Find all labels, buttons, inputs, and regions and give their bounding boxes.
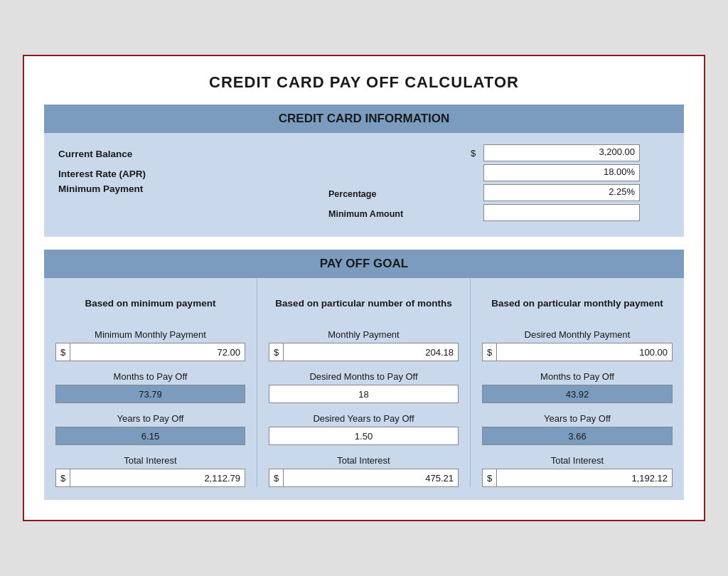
col3-field2-label: Months to Pay Off	[482, 371, 673, 382]
col1-field3-value: 6.15	[55, 427, 245, 445]
col1-field2-label: Months to Pay Off	[55, 371, 245, 382]
col2-header: Based on particular number of months	[269, 288, 459, 319]
col3-field2-value: 43.92	[482, 385, 673, 403]
col1-field4-input: $ 2,112.79	[55, 469, 245, 487]
current-balance-value[interactable]: 3,200.00	[483, 144, 640, 161]
col1-field1-input[interactable]: $ 72.00	[55, 343, 245, 361]
main-title: CREDIT CARD PAY OFF CALCULATOR	[44, 73, 684, 92]
current-balance-dollar: $	[471, 148, 481, 159]
col1-field1-label: Minimum Monthly Payment	[55, 329, 245, 340]
col2-field2-label: Desired Months to Pay Off	[269, 371, 459, 382]
col1-field2-value: 73.79	[55, 385, 245, 403]
min-payment-amt-row	[471, 204, 670, 221]
col3-field1-input[interactable]: $ 100.00	[482, 343, 673, 361]
payoff-col-2: Based on particular number of months Mon…	[257, 278, 471, 487]
credit-card-section: CREDIT CARD INFORMATION Current Balance …	[44, 105, 684, 237]
payoff-section: PAY OFF GOAL Based on minimum payment Mi…	[44, 250, 684, 500]
min-payment-pct-row: 2.25%	[471, 184, 670, 201]
col3-field1-label: Desired Monthly Payment	[482, 329, 673, 340]
label-current-balance: Current Balance	[58, 144, 132, 164]
credit-card-header: CREDIT CARD INFORMATION	[44, 105, 684, 133]
col3-header: Based on particular monthly payment	[482, 288, 673, 319]
col1-header: Based on minimum payment	[55, 288, 245, 319]
col2-field1-label: Monthly Payment	[269, 329, 459, 340]
col1-field4-dollar: $	[56, 469, 70, 486]
col2-field4-label: Total Interest	[269, 455, 459, 466]
sublabel-percentage: Percentage	[328, 185, 376, 203]
calculator-wrapper: CREDIT CARD PAY OFF CALCULATOR CREDIT CA…	[23, 55, 705, 521]
col2-field4-input: $ 475.21	[269, 469, 459, 487]
payoff-col-1: Based on minimum payment Minimum Monthly…	[44, 278, 257, 487]
payoff-col-3: Based on particular monthly payment Desi…	[471, 278, 684, 487]
col1-field4-value: 2,112.79	[70, 473, 245, 484]
interest-rate-value[interactable]: 18.00%	[483, 164, 640, 181]
cc-values: $ 3,200.00 18.00% 2.25%	[471, 144, 670, 223]
cc-labels: Current Balance Interest Rate (APR) Mini…	[58, 144, 328, 224]
col2-field1-value: 204.18	[284, 347, 458, 358]
col1-field1-value: 72.00	[70, 347, 245, 358]
credit-card-body: Current Balance Interest Rate (APR) Mini…	[44, 133, 684, 237]
col3-field4-dollar: $	[483, 469, 497, 486]
min-payment-pct-value[interactable]: 2.25%	[483, 184, 640, 201]
label-minimum-payment: Minimum Payment	[58, 184, 143, 194]
sublabel-minimum-amount: Minimum Amount	[328, 205, 403, 223]
payoff-header: PAY OFF GOAL	[44, 250, 684, 278]
col2-field3-value: 1.50	[269, 427, 459, 445]
label-interest-rate: Interest Rate (APR)	[58, 164, 146, 184]
col3-field3-label: Years to Pay Off	[482, 413, 673, 424]
col2-field4-dollar: $	[269, 469, 284, 486]
col3-field4-input: $ 1,192.12	[482, 469, 673, 487]
col3-field1-dollar: $	[483, 343, 497, 361]
current-balance-row: $ 3,200.00	[471, 144, 670, 161]
col1-field1-dollar: $	[56, 343, 70, 361]
col3-field1-value: 100.00	[497, 347, 672, 358]
col2-field1-dollar: $	[269, 343, 284, 361]
col3-field4-value: 1,192.12	[497, 473, 672, 484]
interest-rate-row: 18.00%	[471, 164, 670, 181]
col3-field4-label: Total Interest	[482, 455, 673, 466]
col2-field2-value[interactable]: 18	[269, 385, 459, 403]
col3-field3-value: 3.66	[482, 427, 673, 445]
cc-sublabels: Percentage Minimum Amount	[328, 144, 471, 224]
col1-field3-label: Years to Pay Off	[55, 413, 245, 424]
col2-field3-label: Desired Years to Pay Off	[269, 413, 459, 424]
col1-field4-label: Total Interest	[55, 455, 245, 466]
payoff-body: Based on minimum payment Minimum Monthly…	[44, 278, 684, 500]
col2-field4-value: 475.21	[284, 473, 458, 484]
min-payment-amt-value[interactable]	[483, 204, 640, 221]
col2-field1-input[interactable]: $ 204.18	[269, 343, 459, 361]
payoff-columns: Based on minimum payment Minimum Monthly…	[44, 278, 684, 487]
